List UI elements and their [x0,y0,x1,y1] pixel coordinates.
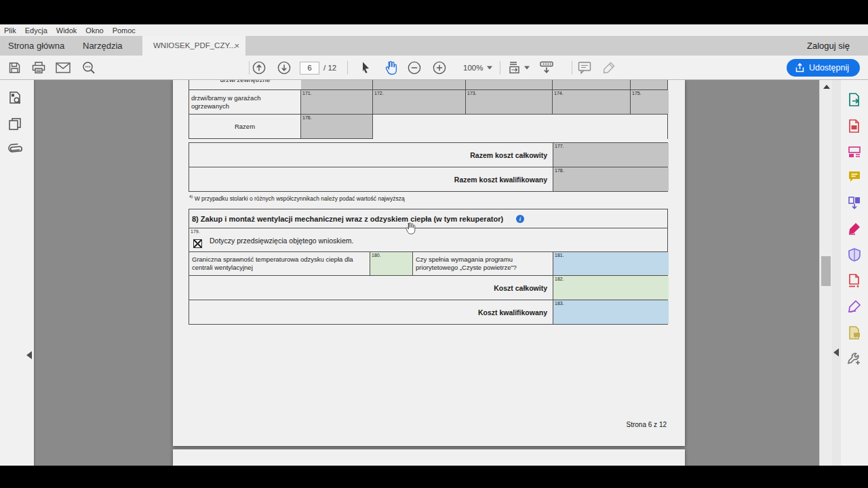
form-field-177[interactable]: 177. [553,143,669,167]
fit-width-dropdown-icon[interactable] [524,66,530,69]
comment-icon[interactable] [847,169,862,184]
form-field[interactable] [631,80,667,89]
zoom-in-icon[interactable] [433,61,446,75]
form-field-171[interactable]: 171. [301,90,373,114]
toolbar-separator [572,61,572,75]
certificates-icon[interactable] [847,299,862,314]
vertical-scrollbar[interactable] [819,80,832,466]
form-field-180[interactable]: 180. [370,252,413,275]
sign-in-link[interactable]: Zaloguj się [807,36,850,56]
field-number: 177. [555,144,564,148]
collapse-right-panel-icon[interactable] [833,348,839,357]
section8-qualified-cost-row: Koszt kwalifikowany 183. [189,300,667,325]
form-field-178[interactable]: 178. [553,167,669,191]
zoom-level-value[interactable]: 100% [463,56,483,80]
next-page-edge [173,449,685,466]
row-label: Graniczna sprawność temperaturowa odzysk… [189,252,370,275]
section8-efficiency-row: Graniczna sprawność temperaturowa odzysk… [189,252,667,276]
pdf-page: drzwi zewnętrzne drzwi/bramy w garażach … [173,80,685,446]
search-icon[interactable] [82,61,96,75]
checkbox-checked-icon[interactable] [193,239,202,248]
form-field-174[interactable]: 174. [553,90,631,114]
share-button[interactable]: Udostępnij [787,59,860,77]
combine-files-icon[interactable] [847,195,862,210]
select-tool-icon[interactable] [360,61,371,74]
toolbar-separator [249,61,250,75]
menu-edycja[interactable]: Edycja [25,26,47,35]
form-field-181[interactable]: 181. [553,252,669,275]
highlight-tool-icon[interactable] [602,61,616,75]
field-number: 173. [467,91,477,96]
page-count-label: / 12 [323,56,336,80]
save-icon[interactable] [8,61,21,74]
menu-widok[interactable]: Widok [56,26,77,35]
attachments-icon[interactable] [7,142,22,157]
close-tab-icon[interactable]: × [234,36,239,56]
toolbar-separator [347,61,348,75]
form-field[interactable] [301,80,373,89]
create-pdf-icon[interactable] [847,119,862,134]
form-field-173[interactable]: 173. [466,90,553,114]
field-number: 171. [302,91,312,96]
field-number: 176. [302,115,312,120]
zoom-dropdown-icon[interactable] [487,66,492,69]
toolbar-separator [500,61,500,75]
form-field-172[interactable]: 172. [373,90,466,114]
protect-icon[interactable] [847,247,862,262]
field-number: 172. [374,91,384,96]
send-comments-icon[interactable] [847,325,862,340]
table-row-partial: drzwi zewnętrzne [189,80,667,90]
scroll-mode-icon[interactable] [538,61,555,75]
tab-document-label: WNIOSEK_PDF_CZY... [153,36,235,56]
section8-header-row: 8) Zakup i montaż wentylacji mechaniczne… [189,209,667,228]
form-field[interactable] [553,80,631,89]
table-row-drzwi-bramy: drzwi/bramy w garażach ogrzewanych 171. … [189,90,667,115]
tab-home[interactable]: Strona główna [8,36,64,56]
form-field[interactable] [373,80,466,89]
scroll-up-icon[interactable] [823,85,830,89]
partial-row-label: drzwi zewnętrzne [189,80,301,89]
field-number: 174. [554,91,564,96]
section8-table: 8) Zakup i montaż wentylacji mechaniczne… [189,209,668,325]
form-field-175[interactable]: 175. [631,90,669,114]
fill-sign-icon[interactable] [847,221,862,236]
edit-pdf-icon[interactable] [847,144,862,159]
top-black-bar [0,0,868,24]
right-sidebar [841,80,868,466]
checkbox-label: Dotyczy przedsięwzięcia objętego wnioski… [210,237,353,245]
page-number-input[interactable]: 6 [300,62,319,75]
page-down-icon[interactable] [277,61,291,75]
page-up-icon[interactable] [252,61,266,75]
print-icon[interactable] [32,61,45,74]
field-number: 183. [555,301,564,306]
tab-tools[interactable]: Narzędzia [83,36,123,56]
form-field-176[interactable]: 176. [301,115,373,139]
scrollbar-thumb[interactable] [821,256,831,286]
info-icon[interactable]: i [516,215,524,223]
form-field[interactable] [466,80,553,89]
more-tools-icon[interactable] [847,351,862,366]
tab-document[interactable]: WNIOSEK_PDF_CZY... × [142,36,245,56]
menu-pomoc[interactable]: Pomoc [113,26,136,35]
hand-cursor-icon [404,222,416,235]
page-thumbnails-icon[interactable] [7,91,22,106]
form-field-183[interactable]: 183. [553,300,669,324]
menu-plik[interactable]: Plik [4,26,16,35]
field-number: 175. [632,91,642,96]
row-label: Razem [189,115,301,139]
compress-pdf-icon[interactable] [847,273,862,288]
email-icon[interactable] [56,62,71,73]
collapse-left-panel-icon[interactable] [26,351,32,359]
hand-tool-icon[interactable] [384,60,398,75]
menu-bar: Plik Edycja Widok Okno Pomoc [0,24,868,36]
export-pdf-icon[interactable] [847,92,862,107]
menu-okno[interactable]: Okno [85,26,103,35]
bookmarks-icon[interactable] [7,117,22,131]
fit-width-icon[interactable] [509,61,523,75]
totals-table: Razem koszt całkowity 177. Razem koszt k… [189,142,668,192]
comment-tool-icon[interactable] [578,61,591,74]
bottom-black-bar [0,466,868,488]
acrobat-window: Plik Edycja Widok Okno Pomoc Strona głów… [0,0,868,488]
form-field-182[interactable]: 182. [553,276,669,300]
zoom-out-icon[interactable] [408,61,421,75]
